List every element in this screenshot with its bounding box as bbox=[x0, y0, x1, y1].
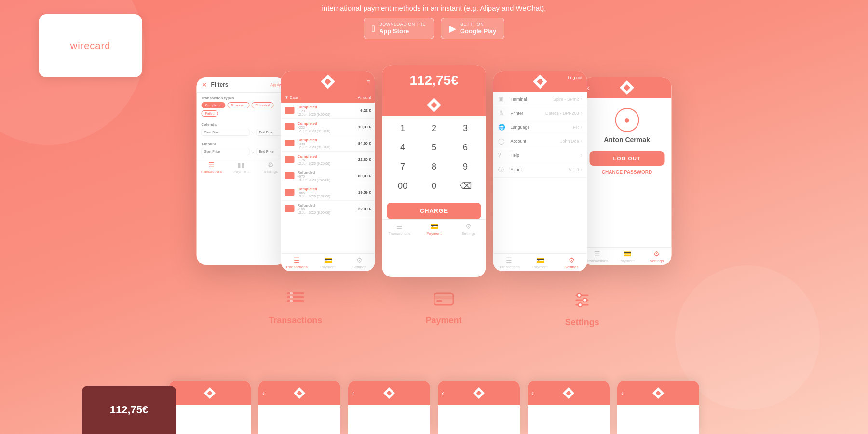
back-arrow-icon[interactable]: ‹ bbox=[587, 84, 590, 92]
table-row: Completed +176 12.Jun.2020 (9:26:00) 22,… bbox=[281, 152, 375, 168]
key-6[interactable]: 6 bbox=[456, 139, 475, 156]
key-9[interactable]: 9 bbox=[456, 158, 475, 175]
user-avatar: ● bbox=[615, 108, 639, 132]
back-arrow-icon[interactable]: ‹ bbox=[442, 389, 444, 397]
dark-amount-card: 112,75€ bbox=[82, 386, 176, 434]
logout-button[interactable]: LOG OUT bbox=[590, 151, 665, 166]
svg-rect-3 bbox=[290, 292, 293, 294]
start-price-input[interactable] bbox=[202, 148, 250, 155]
card-icon bbox=[285, 107, 295, 114]
chip-reversed[interactable]: Reversed bbox=[227, 102, 249, 108]
key-backspace[interactable]: ⌫ bbox=[456, 178, 475, 194]
nav-transactions-trans[interactable]: ☰ Transactions bbox=[281, 256, 312, 269]
bottom-phone-header-6: ‹ bbox=[617, 381, 699, 405]
payment-logo-row bbox=[382, 96, 486, 116]
key-1[interactable]: 1 bbox=[393, 120, 412, 136]
googleplay-button[interactable]: ▶ GET IT ON Google Play bbox=[441, 18, 504, 39]
nav-settings-user[interactable]: ⚙ Settings bbox=[642, 250, 672, 263]
user-phone-nav: ☰ Transactions 💳 Payment ⚙ Settings bbox=[583, 247, 672, 265]
payment-phone-nav: ☰ Transactions 💳 Payment ⚙ Settings bbox=[382, 219, 486, 237]
key-3[interactable]: 3 bbox=[456, 120, 475, 136]
feature-settings[interactable]: Settings bbox=[565, 291, 599, 328]
person-icon: ● bbox=[624, 115, 630, 126]
nav-transactions-settings[interactable]: ☰ Transactions bbox=[493, 256, 525, 269]
trans-status: Completed bbox=[298, 138, 355, 142]
menu-icon[interactable]: ≡ bbox=[366, 79, 370, 85]
bottom-phone-4: ‹ bbox=[438, 381, 520, 434]
wirecard-diamond-settings bbox=[533, 75, 547, 89]
transactions-phone-header: ≡ bbox=[281, 71, 375, 92]
key-8[interactable]: 8 bbox=[424, 158, 444, 175]
nav-settings-trans[interactable]: ⚙ Settings bbox=[344, 256, 375, 269]
feature-transactions[interactable]: Transactions bbox=[269, 291, 322, 326]
settings-row-printer[interactable]: 🖶 Printer Datecs - DPP200 › bbox=[493, 106, 587, 120]
filter-apply-btn[interactable]: Apply bbox=[270, 82, 281, 87]
nav-payment-settings[interactable]: 💳 Payment bbox=[525, 256, 556, 269]
key-0[interactable]: 0 bbox=[424, 178, 444, 194]
charge-button[interactable]: CHARGE bbox=[387, 203, 481, 219]
change-password-button[interactable]: CHANGE PASSWORD bbox=[602, 170, 652, 175]
trans-amount: 22,60 € bbox=[358, 158, 371, 162]
settings-row-terminal[interactable]: ▣ Terminal Spire - SPm2 › bbox=[493, 92, 587, 106]
user-name: Anton Cermak bbox=[604, 136, 650, 144]
settings-nav-icon: ⚙ bbox=[356, 256, 363, 264]
back-arrow-icon[interactable]: ‹ bbox=[621, 389, 624, 397]
chip-failed[interactable]: Failed bbox=[202, 110, 218, 117]
filter-close-icon[interactable]: ✕ bbox=[202, 81, 207, 89]
nav-settings-settings[interactable]: ⚙ Settings bbox=[556, 256, 587, 269]
trans-amount: 22,00 € bbox=[358, 207, 371, 211]
start-date-input[interactable] bbox=[202, 129, 250, 136]
nav-payment-user[interactable]: 💳 Payment bbox=[612, 250, 642, 263]
nav-payment-trans[interactable]: 💳 Payment bbox=[312, 256, 344, 269]
trans-amount: 19,59 € bbox=[358, 190, 371, 195]
language-icon: 🌐 bbox=[498, 124, 508, 131]
transactions-nav-icon: ☰ bbox=[396, 223, 403, 230]
key-7[interactable]: 7 bbox=[393, 158, 412, 175]
nav-settings-payment[interactable]: ⚙ Settings bbox=[451, 223, 486, 236]
wirecard-diamond-user bbox=[620, 80, 634, 95]
payment-amount-display: 112,75€ bbox=[382, 65, 486, 96]
chip-completed[interactable]: Completed bbox=[202, 102, 226, 108]
date-range-row: to bbox=[202, 129, 281, 136]
wirecard-diamond-bottom bbox=[563, 387, 574, 399]
chip-refunded[interactable]: Refunded bbox=[251, 102, 273, 108]
back-arrow-icon[interactable]: ‹ bbox=[531, 389, 534, 397]
appstore-button[interactable]:  Download on the App Store bbox=[364, 18, 434, 39]
payment-phone: 112,75€ 1 2 3 4 5 6 7 8 9 00 bbox=[382, 65, 486, 277]
settings-row-about[interactable]: ⓘ About V 1.0 › bbox=[493, 162, 587, 178]
settings-row-language[interactable]: 🌐 Language FR › bbox=[493, 120, 587, 134]
key-00[interactable]: 00 bbox=[393, 178, 412, 194]
numpad-row-4: 00 0 ⌫ bbox=[387, 178, 481, 194]
googleplay-text: GET IT ON Google Play bbox=[460, 22, 496, 35]
appstore-text: Download on the App Store bbox=[379, 22, 426, 35]
bottom-phone-5: ‹ bbox=[528, 381, 610, 434]
top-section: international payment methods in an inst… bbox=[0, 0, 868, 46]
trans-date: 12.Jun.2020 (9:26:00) bbox=[298, 162, 355, 165]
payment-nav-label: Payment bbox=[426, 231, 442, 236]
filter-chips: Completed Reversed Refunded Failed bbox=[202, 102, 281, 117]
key-4[interactable]: 4 bbox=[393, 139, 412, 156]
logout-link[interactable]: Log out bbox=[568, 75, 582, 80]
nav-payment-filter[interactable]: ▮▮ Payment bbox=[226, 161, 256, 174]
wirecard-inner bbox=[431, 102, 437, 108]
settings-row-help[interactable]: ? Help › bbox=[493, 148, 587, 162]
key-5[interactable]: 5 bbox=[424, 139, 444, 156]
settings-nav-label: Settings bbox=[461, 231, 475, 236]
table-row: Completed +339 12.Jun.2020 (9:13:00) 84,… bbox=[281, 135, 375, 152]
feature-payment[interactable]: Payment bbox=[425, 291, 461, 326]
feature-labels: Transactions Payment Settings bbox=[217, 291, 651, 328]
nav-transactions-filter[interactable]: ☰ Transactions bbox=[197, 161, 227, 174]
back-arrow-icon[interactable]: ‹ bbox=[262, 389, 265, 397]
nav-payment-payment[interactable]: 💳 Payment bbox=[417, 223, 451, 236]
wirecard-diamond-bottom bbox=[294, 387, 305, 399]
back-arrow-icon[interactable]: ‹ bbox=[352, 389, 354, 397]
trans-info: Completed +176 12.Jun.2020 (9:26:00) bbox=[298, 154, 355, 165]
settings-row-account[interactable]: ◯ Account John Doe › bbox=[493, 134, 587, 148]
payment-nav-icon: 💳 bbox=[430, 223, 438, 230]
bottom-phone-header-5: ‹ bbox=[528, 381, 610, 405]
amount-section: Amount to bbox=[197, 139, 286, 158]
key-2[interactable]: 2 bbox=[424, 120, 444, 136]
trans-date: 13.Jun.2020 (7:45:00) bbox=[298, 178, 355, 182]
transaction-types-section: Transaction types Completed Reversed Ref… bbox=[197, 93, 286, 119]
nav-transactions-payment[interactable]: ☰ Transactions bbox=[382, 223, 417, 236]
